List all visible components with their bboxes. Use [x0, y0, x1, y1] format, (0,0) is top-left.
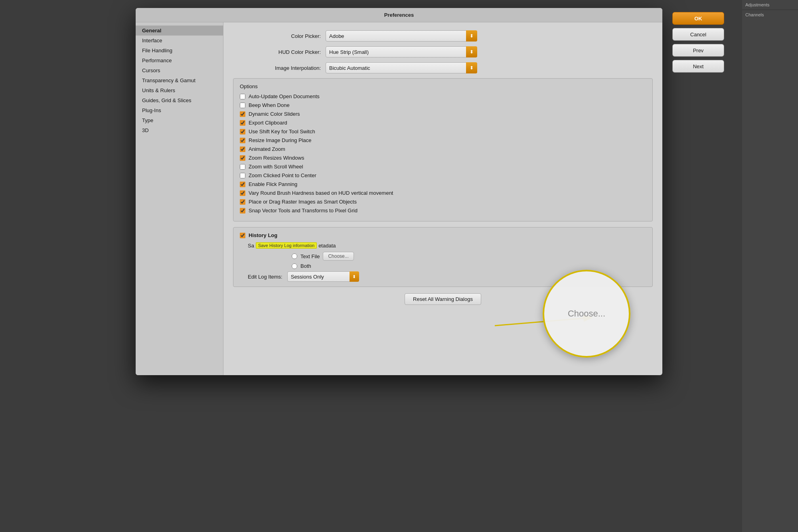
dialog-body: General Interface File Handling Performa…: [136, 22, 662, 375]
sidebar-item-cursors[interactable]: Cursors: [136, 65, 223, 75]
text-file-label: Text File: [300, 253, 320, 259]
sidebar-item-units-rulers[interactable]: Units & Rulers: [136, 85, 223, 95]
radio-both-row: Both: [240, 263, 646, 269]
checkbox-export-clipboard: Export Clipboard: [240, 120, 646, 126]
dialog-title: Preferences: [384, 12, 414, 18]
save-tooltip-badge: Save History Log information: [256, 242, 317, 249]
image-interpolation-row: Image Interpolation: Bicubic Automatic: [233, 62, 653, 73]
radio-text-file-row: Text File Choose...: [240, 252, 646, 261]
image-interpolation-select[interactable]: Bicubic Automatic: [326, 62, 477, 73]
text-file-radio[interactable]: [292, 253, 297, 259]
image-interpolation-label: Image Interpolation:: [233, 65, 321, 71]
dialog-titlebar: Preferences: [136, 8, 662, 22]
auto-update-label: Auto-Update Open Documents: [249, 93, 320, 99]
zoom-clicked-checkbox[interactable]: [240, 173, 245, 178]
dialog-actions: OK Cancel Prev Next: [672, 12, 724, 73]
edit-log-label: Edit Log Items:: [248, 274, 282, 280]
color-picker-row: Color Picker: Adobe: [233, 30, 653, 42]
sidebar-item-file-handling[interactable]: File Handling: [136, 45, 223, 55]
resize-image-label: Resize Image During Place: [249, 137, 312, 143]
zoom-resizes-checkbox[interactable]: [240, 155, 245, 161]
checkbox-zoom-clicked: Zoom Clicked Point to Center: [240, 172, 646, 178]
color-picker-select-wrapper: Adobe: [326, 30, 477, 42]
resize-image-checkbox[interactable]: [240, 138, 245, 143]
beep-when-done-label: Beep When Done: [249, 102, 290, 108]
magnifier-circle: Choose...: [543, 270, 630, 358]
hud-color-picker-label: HUD Color Picker:: [233, 49, 321, 55]
both-radio[interactable]: [292, 263, 297, 269]
both-label: Both: [300, 263, 311, 269]
checkbox-zoom-scroll: Zoom with Scroll Wheel: [240, 164, 646, 170]
export-clipboard-label: Export Clipboard: [249, 120, 287, 126]
color-picker-label: Color Picker:: [233, 33, 321, 39]
ok-button[interactable]: OK: [672, 12, 724, 25]
choose-file-button[interactable]: Choose...: [323, 252, 354, 261]
shift-key-checkbox[interactable]: [240, 129, 245, 134]
enable-flick-label: Enable Flick Panning: [249, 181, 297, 187]
vary-round-checkbox[interactable]: [240, 190, 245, 196]
cancel-button[interactable]: Cancel: [672, 28, 724, 41]
main-content: Color Picker: Adobe HUD Color Picker: Hu…: [223, 22, 662, 375]
checkbox-vary-round: Vary Round Brush Hardness based on HUD v…: [240, 190, 646, 196]
checkbox-dynamic-color: Dynamic Color Sliders: [240, 111, 646, 117]
checkbox-animated-zoom: Animated Zoom: [240, 146, 646, 152]
sidebar-item-guides-grid[interactable]: Guides, Grid & Slices: [136, 95, 223, 105]
magnifier-label: Choose...: [568, 309, 605, 319]
sidebar-item-transparency-gamut[interactable]: Transparency & Gamut: [136, 75, 223, 85]
checkbox-auto-update: Auto-Update Open Documents: [240, 93, 646, 99]
checkbox-beep: Beep When Done: [240, 102, 646, 108]
zoom-resizes-label: Zoom Resizes Windows: [249, 155, 304, 161]
save-history-row: Sa Save History Log information etadata: [240, 242, 646, 249]
history-log-checkbox[interactable]: [240, 233, 245, 238]
edit-log-select-wrapper: Sessions Only Concise Detailed: [287, 271, 359, 282]
dynamic-color-label: Dynamic Color Sliders: [249, 111, 300, 117]
zoom-scroll-checkbox[interactable]: [240, 164, 245, 170]
place-drag-checkbox[interactable]: [240, 199, 245, 205]
shift-key-label: Use Shift Key for Tool Switch: [249, 129, 315, 134]
options-title: Options: [240, 83, 646, 89]
snap-vector-checkbox[interactable]: [240, 208, 245, 214]
checkbox-snap-vector: Snap Vector Tools and Transforms to Pixe…: [240, 208, 646, 214]
history-log-title-label: History Log: [249, 232, 277, 238]
dynamic-color-checkbox[interactable]: [240, 111, 245, 117]
checkbox-enable-flick: Enable Flick Panning: [240, 181, 646, 187]
save-suffix-label: etadata: [318, 243, 336, 249]
place-drag-label: Place or Drag Raster Images as Smart Obj…: [249, 199, 357, 205]
save-prefix-label: Sa: [248, 243, 254, 249]
checkbox-zoom-resizes: Zoom Resizes Windows: [240, 155, 646, 161]
sidebar-item-performance[interactable]: Performance: [136, 55, 223, 65]
enable-flick-checkbox[interactable]: [240, 182, 245, 187]
image-interpolation-select-wrapper: Bicubic Automatic: [326, 62, 477, 73]
export-clipboard-checkbox[interactable]: [240, 120, 245, 126]
sidebar-item-3d[interactable]: 3D: [136, 125, 223, 135]
zoom-clicked-label: Zoom Clicked Point to Center: [249, 172, 316, 178]
sidebar-item-type[interactable]: Type: [136, 115, 223, 125]
animated-zoom-label: Animated Zoom: [249, 146, 285, 152]
hud-color-picker-row: HUD Color Picker: Hue Strip (Small): [233, 46, 653, 57]
checkbox-resize-image: Resize Image During Place: [240, 137, 646, 143]
auto-update-checkbox[interactable]: [240, 94, 245, 99]
zoom-scroll-label: Zoom with Scroll Wheel: [249, 164, 303, 170]
color-picker-select[interactable]: Adobe: [326, 30, 477, 42]
snap-vector-label: Snap Vector Tools and Transforms to Pixe…: [249, 208, 358, 214]
next-button[interactable]: Next: [672, 60, 724, 73]
prev-button[interactable]: Prev: [672, 44, 724, 57]
sidebar-item-interface[interactable]: Interface: [136, 36, 223, 45]
sidebar-item-general[interactable]: General: [136, 26, 223, 36]
options-section: Options Auto-Update Open Documents Beep …: [233, 78, 653, 222]
edit-log-select[interactable]: Sessions Only Concise Detailed: [287, 271, 359, 282]
reset-warning-dialogs-button[interactable]: Reset All Warning Dialogs: [405, 293, 481, 305]
checkbox-shift-key: Use Shift Key for Tool Switch: [240, 129, 646, 134]
checkbox-place-drag: Place or Drag Raster Images as Smart Obj…: [240, 199, 646, 205]
hud-color-picker-select[interactable]: Hue Strip (Small): [326, 46, 477, 57]
beep-when-done-checkbox[interactable]: [240, 103, 245, 108]
sidebar: General Interface File Handling Performa…: [136, 22, 223, 375]
sidebar-item-plug-ins[interactable]: Plug-Ins: [136, 105, 223, 115]
hud-color-picker-select-wrapper: Hue Strip (Small): [326, 46, 477, 57]
vary-round-label: Vary Round Brush Hardness based on HUD v…: [249, 190, 393, 196]
animated-zoom-checkbox[interactable]: [240, 146, 245, 152]
dialog-overlay: Preferences General Interface File Handl…: [0, 0, 798, 532]
history-log-title-row: History Log: [240, 232, 646, 238]
preferences-dialog: Preferences General Interface File Handl…: [136, 8, 662, 375]
